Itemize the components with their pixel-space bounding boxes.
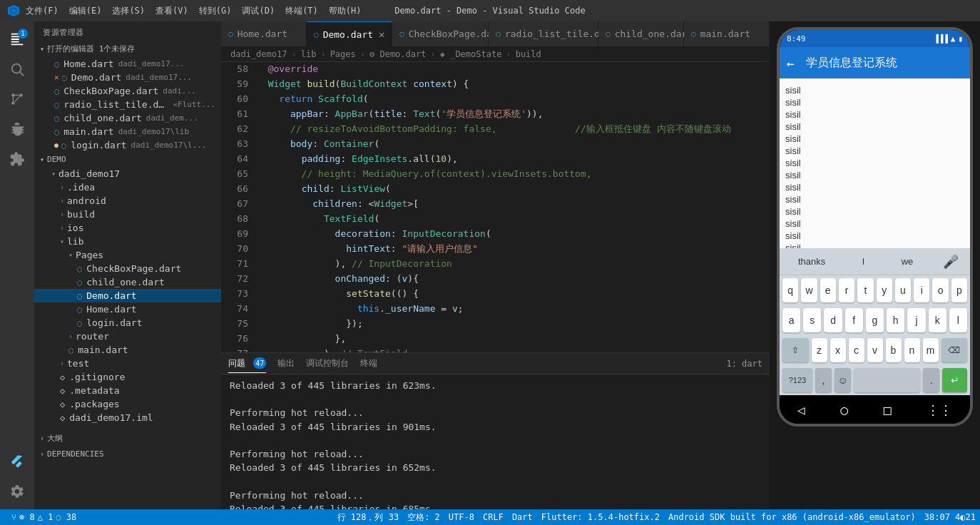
activity-flutter[interactable] (5, 449, 29, 474)
activity-explorer[interactable]: 1 (5, 27, 29, 51)
dependencies-section[interactable]: › 大纲 (34, 430, 221, 447)
code-editor[interactable]: 58 @override 59 Widget build(BuildContex… (221, 62, 770, 352)
key-symbols[interactable]: ?123 (782, 368, 812, 392)
key-r[interactable]: r (839, 278, 854, 302)
key-comma[interactable]: , (815, 368, 832, 392)
key-c[interactable]: c (849, 338, 864, 362)
key-i[interactable]: i (914, 278, 929, 302)
outline-section[interactable]: › DEPENDENCIES (34, 447, 221, 462)
open-file-demo[interactable]: ✕ ◌ Demo.dart dadi_demo17... (34, 71, 221, 84)
file-home[interactable]: ◌ Home.dart (34, 302, 221, 316)
status-language[interactable]: Dart (508, 512, 537, 522)
key-d[interactable]: d (824, 308, 842, 332)
key-q[interactable]: q (782, 278, 798, 302)
menu-terminal[interactable]: 终端(T) (285, 5, 318, 17)
activity-settings[interactable] (5, 479, 29, 504)
key-u[interactable]: u (895, 278, 911, 302)
tab-radio[interactable]: ◌ radio_list_tile.dart (489, 21, 598, 46)
menu-select[interactable]: 选择(S) (112, 5, 145, 17)
menu-help[interactable]: 帮助(H) (329, 5, 362, 17)
panel-tab-debug-console[interactable]: 调试控制台 (306, 355, 349, 372)
open-file-radio[interactable]: ◌ radio_list_tile.dart «Flutt... (34, 98, 221, 111)
key-period[interactable]: . (923, 368, 939, 392)
menu-debug[interactable]: 调试(D) (242, 5, 275, 17)
file-login[interactable]: ◌ login.dart (34, 316, 221, 330)
open-file-home[interactable]: ◌ Home.dart dadi_demo17... (34, 57, 221, 71)
folder-lib[interactable]: ▾ lib (34, 235, 221, 248)
bc-part4[interactable]: ⚙ Demo.dart (369, 49, 426, 59)
status-line-ending[interactable]: CRLF (479, 512, 508, 522)
menu-file[interactable]: 文件(F) (26, 5, 58, 17)
tab-main[interactable]: ◌ main.dart (684, 21, 770, 46)
menu-goto[interactable]: 转到(G) (199, 5, 232, 17)
tab-checkbox[interactable]: ◌ CheckBoxPage.dart (392, 21, 489, 46)
key-b[interactable]: b (886, 338, 902, 362)
folder-pages[interactable]: ▾ Pages (34, 248, 221, 262)
key-send[interactable]: ↵ (942, 368, 967, 392)
key-w[interactable]: w (801, 278, 817, 302)
terminal-content[interactable]: Reloaded 3 of 445 libraries in 623ms. Pe… (221, 374, 770, 509)
tab-demo[interactable]: ◌ Demo.dart ✕ (307, 21, 392, 46)
file-checkboxpage[interactable]: ◌ CheckBoxPage.dart (34, 262, 221, 275)
panel-tab-problems[interactable]: 问题 47 (228, 355, 266, 373)
activity-source-control[interactable] (5, 87, 29, 111)
tab-close-icon[interactable]: ✕ (379, 29, 384, 39)
key-emoji[interactable]: ☺ (834, 368, 851, 392)
key-v[interactable]: v (867, 338, 883, 362)
file-gitignore[interactable]: ◇ .gitignore (34, 370, 221, 384)
close-icon[interactable]: ✕ (54, 73, 59, 82)
folder-android[interactable]: › android (34, 194, 221, 208)
key-e[interactable]: e (820, 278, 836, 302)
bc-part3[interactable]: Pages (330, 49, 356, 59)
nav-back-icon[interactable]: ◁ (797, 402, 805, 417)
tab-home[interactable]: ◌ Home.dart (221, 21, 307, 46)
folder-test[interactable]: › test (34, 357, 221, 370)
open-file-main[interactable]: ◌ main.dart dadi_demo17\lib (34, 125, 221, 138)
file-iml[interactable]: ◇ dadi_demo17.iml (34, 411, 221, 424)
suggest-l[interactable]: l (855, 256, 872, 267)
key-n[interactable]: n (904, 338, 920, 362)
back-arrow-icon[interactable]: ← (787, 56, 795, 71)
activity-search[interactable] (5, 57, 29, 81)
key-p[interactable]: p (951, 278, 967, 302)
file-packages[interactable]: ◇ .packages (34, 397, 221, 411)
demo-section[interactable]: ▾ DEMO (34, 152, 221, 167)
panel-tab-terminal[interactable]: 终端 (360, 355, 377, 372)
nav-recents-icon[interactable]: □ (884, 402, 892, 417)
bc-part6[interactable]: build (516, 49, 541, 59)
key-k[interactable]: k (929, 308, 946, 332)
status-spaces[interactable]: 空格: 2 (403, 511, 444, 524)
menu-edit[interactable]: 编辑(E) (69, 5, 102, 17)
menu-bar[interactable]: 文件(F) 编辑(E) 选择(S) 查看(V) 转到(G) 调试(D) 终端(T… (26, 5, 362, 17)
phone-keyboard[interactable]: thanks l we 🎤 q w e r t y u i o p (780, 248, 970, 395)
open-file-child[interactable]: ◌ child_one.dart dadi_dem... (34, 111, 221, 125)
key-m[interactable]: m (923, 338, 939, 362)
open-file-login[interactable]: ● ◌ login.dart dadi_demo17\l... (34, 138, 221, 152)
file-demo-active[interactable]: ◌ Demo.dart (34, 289, 221, 302)
suggest-we[interactable]: we (894, 256, 921, 267)
mic-icon[interactable]: 🎤 (943, 254, 959, 269)
status-flutter[interactable]: Flutter: 1.5.4-hotfix.2 (537, 512, 664, 522)
bc-part2[interactable]: lib (301, 49, 317, 59)
open-editors-section[interactable]: ▾ 打开的编辑器 1个未保存 (34, 41, 221, 57)
key-t[interactable]: t (857, 278, 873, 302)
suggest-thanks[interactable]: thanks (791, 256, 832, 267)
key-x[interactable]: x (830, 338, 846, 362)
key-a[interactable]: a (782, 308, 800, 332)
folder-idea[interactable]: › .idea (34, 180, 221, 194)
menu-view[interactable]: 查看(V) (155, 5, 188, 17)
folder-dadi-demo17[interactable]: ▾ dadi_demo17 (34, 167, 221, 180)
key-l[interactable]: l (949, 308, 967, 332)
key-j[interactable]: j (907, 308, 925, 332)
key-o[interactable]: o (932, 278, 948, 302)
activity-extensions[interactable] (5, 147, 29, 171)
open-file-checkbox[interactable]: ◌ CheckBoxPage.dart dadi... (34, 84, 221, 98)
folder-build[interactable]: › build (34, 208, 221, 221)
key-backspace[interactable]: ⌫ (941, 338, 968, 362)
file-metadata[interactable]: ◇ .metadata (34, 384, 221, 397)
key-f[interactable]: f (845, 308, 863, 332)
key-s[interactable]: s (803, 308, 821, 332)
file-child-one[interactable]: ◌ child_one.dart (34, 275, 221, 289)
bc-part1[interactable]: dadi_demo17 (230, 49, 287, 59)
file-main-lib[interactable]: ◌ main.dart (34, 343, 221, 357)
